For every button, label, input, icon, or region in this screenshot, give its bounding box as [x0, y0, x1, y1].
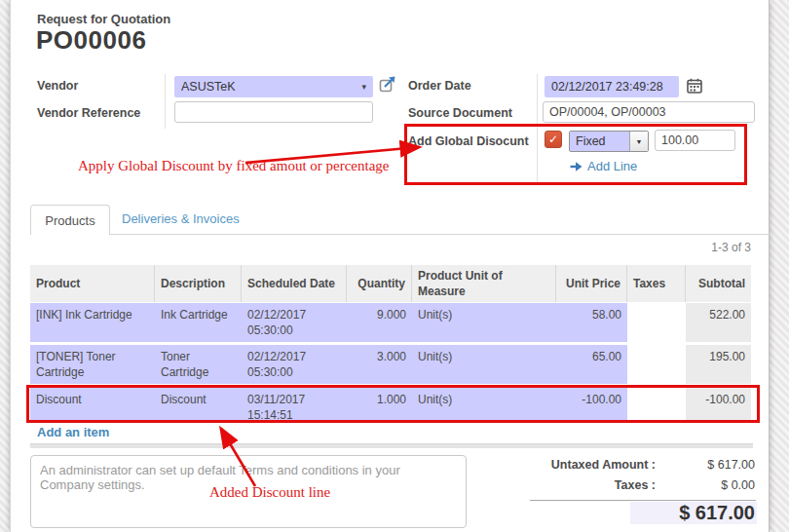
form-sheet: Request for Quotation PO00006 Vendor ASU…	[10, 0, 770, 532]
global-discount-checkbox[interactable]: ✓	[545, 131, 562, 148]
cell-uom: Unit(s)	[412, 388, 556, 421]
document-type-title: Request for Quotation	[37, 12, 170, 26]
cell-unit-price: -100.00	[556, 388, 627, 421]
select-caret-icon: ▼	[629, 132, 648, 151]
table-row-ink-cartridge[interactable]: [INK] Ink Cartridge Ink Cartridge 02/12/…	[30, 303, 751, 342]
column-header-subtotal[interactable]: Subtotal	[686, 265, 751, 302]
grand-total-value: $ 617.00	[630, 502, 757, 524]
cell-subtotal: 195.00	[686, 345, 751, 384]
cell-scheduled-date: 02/12/2017 05:30:00	[242, 345, 347, 384]
vendor-select[interactable]: ASUSTeK ▾	[174, 76, 373, 97]
checkmark-icon: ✓	[548, 133, 558, 146]
add-line-arrow-icon	[570, 161, 582, 172]
cell-product: [TONER] Toner Cartridge	[30, 345, 155, 384]
cell-product: Discount	[30, 388, 155, 421]
page-background: Request for Quotation PO00006 Vendor ASU…	[0, 0, 789, 532]
add-an-item-link[interactable]: Add an item	[37, 425, 109, 439]
column-header-description[interactable]: Description	[155, 265, 242, 302]
external-link-icon[interactable]	[378, 74, 397, 94]
table-header-row: Product Description Scheduled Date Quant…	[30, 265, 751, 302]
cell-quantity: 9.000	[347, 303, 412, 342]
source-document-label: Source Document	[408, 106, 512, 120]
field-group-separator-left	[165, 74, 166, 129]
totals-separator-line	[530, 500, 756, 501]
document-number: PO00006	[36, 25, 146, 56]
list-pager: 1-3 of 3	[624, 241, 751, 254]
cell-unit-price: 58.00	[556, 303, 627, 342]
column-header-product[interactable]: Product	[30, 265, 155, 302]
discount-amount-input[interactable]	[655, 130, 735, 151]
tab-deliveries-invoices[interactable]: Deliveries & Invoices	[122, 211, 240, 226]
order-lines-table: Product Description Scheduled Date Quant…	[30, 265, 751, 421]
global-discount-label: Add Global Disocunt	[408, 134, 529, 148]
tab-products[interactable]: Products	[30, 205, 110, 235]
field-group-separator-right	[537, 74, 538, 183]
column-header-taxes[interactable]: Taxes	[627, 265, 686, 302]
order-date-input[interactable]: 02/12/2017 23:49:28	[545, 76, 679, 97]
source-document-input[interactable]	[543, 101, 755, 123]
chevron-down-icon: ▾	[361, 82, 366, 92]
taxes-total-value: $ 0.00	[658, 478, 755, 492]
column-header-quantity[interactable]: Quantity	[347, 265, 412, 302]
cell-scheduled-date: 02/12/2017 05:30:00	[242, 303, 347, 342]
cell-taxes	[627, 303, 686, 342]
tab-bottom-border	[30, 234, 770, 235]
order-date-value: 02/12/2017 23:49:28	[551, 80, 663, 94]
column-header-uom[interactable]: Product Unit of Measure	[412, 265, 556, 302]
vendor-label: Vendor	[37, 79, 78, 93]
cell-uom: Unit(s)	[412, 345, 556, 384]
tab-products-label: Products	[45, 213, 94, 228]
discount-type-select[interactable]: Fixed ▼	[569, 131, 649, 152]
column-header-unit-price[interactable]: Unit Price	[556, 265, 627, 302]
table-row-toner-cartridge[interactable]: [TONER] Toner Cartridge Toner Cartridge …	[30, 345, 751, 384]
cell-quantity: 3.000	[347, 345, 412, 384]
add-line-label: Add Line	[587, 159, 637, 173]
cell-taxes	[627, 345, 686, 384]
cell-unit-price: 65.00	[556, 345, 627, 384]
cell-product: [INK] Ink Cartridge	[30, 303, 155, 342]
cell-subtotal: -100.00	[686, 388, 751, 421]
cell-quantity: 1.000	[347, 388, 412, 421]
taxes-total-label: Taxes :	[420, 478, 656, 492]
cell-description: Discount	[155, 388, 242, 421]
discount-type-value: Fixed	[570, 132, 629, 151]
table-row-discount[interactable]: Discount Discount 03/11/2017 15:14:51 1.…	[30, 388, 751, 421]
tab-deliveries-invoices-label: Deliveries & Invoices	[122, 211, 240, 226]
untaxed-amount-label: Untaxed Amount :	[420, 458, 656, 472]
section-divider	[30, 443, 753, 448]
untaxed-amount-value: $ 617.00	[658, 458, 755, 472]
vendor-reference-label: Vendor Reference	[37, 106, 140, 120]
cell-scheduled-date: 03/11/2017 15:14:51	[242, 388, 347, 421]
cell-taxes	[627, 388, 686, 421]
cell-uom: Unit(s)	[412, 303, 556, 342]
vendor-reference-input[interactable]	[174, 101, 373, 123]
add-line-link[interactable]: Add Line	[570, 159, 637, 173]
column-header-scheduled-date[interactable]: Scheduled Date	[242, 265, 347, 302]
cell-description: Ink Cartridge	[155, 303, 242, 342]
cell-description: Toner Cartridge	[155, 345, 242, 384]
annotation-note-discount-line: Added Discount line	[209, 484, 330, 501]
order-date-label: Order Date	[408, 79, 471, 93]
cell-subtotal: 522.00	[686, 303, 751, 342]
calendar-icon[interactable]	[686, 77, 702, 94]
annotation-note-global-discount: Apply Global Discount by fixed amout or …	[78, 158, 390, 174]
vendor-select-value: ASUSTeK	[181, 80, 236, 94]
